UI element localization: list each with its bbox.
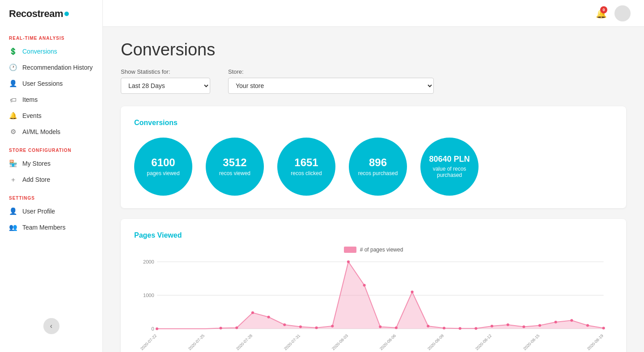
sidebar-item-label-events: Events [22,112,42,119]
sidebar-item-user-profile[interactable]: 👤User Profile [0,203,102,219]
sidebar-item-label-team-members: Team Members [22,224,65,231]
svg-text:0: 0 [152,326,154,331]
svg-point-14 [331,325,334,327]
content-area: Conversions Show Statistics for: Last 28… [103,27,644,352]
notification-badge: 0 [600,6,607,13]
svg-text:2020-08-15: 2020-08-15 [522,333,540,351]
stat-bubble: 6100pages viewed [134,138,192,196]
tag-icon: 🏷 [9,96,17,104]
chart-title: Pages Viewed [134,231,613,239]
topbar: 🔔 0 [103,0,644,27]
svg-point-10 [267,316,270,318]
bubble-label: pages viewed [147,170,179,176]
svg-text:2020-08-12: 2020-08-12 [475,333,492,351]
svg-text:2020-07-31: 2020-07-31 [283,333,301,351]
bubble-value: 896 [369,157,387,168]
chart-area: 0100020002020-07-222020-07-252020-07-282… [134,257,613,352]
svg-point-8 [235,327,238,329]
stats-bubbles: 6100pages viewed3512recos viewed1651reco… [134,138,613,196]
sidebar: Recostream REAL-TIME ANALYSIS💲Conversion… [0,0,103,352]
legend-swatch [344,247,356,253]
sidebar-section-real-time-analysis: REAL-TIME ANALYSIS [0,28,102,43]
svg-text:2020-07-25: 2020-07-25 [187,333,205,351]
svg-point-7 [220,327,222,330]
sidebar-item-label-my-stores: My Stores [22,160,51,167]
svg-point-9 [251,311,254,314]
gear-icon: ⚙ [9,128,17,136]
bubble-value: 3512 [223,157,246,168]
svg-point-24 [491,325,493,327]
dollar-icon: 💲 [9,47,17,55]
store-filter-group: Store: Your store [228,68,434,94]
page-title: Conversions [121,40,626,59]
stats-card: Conversions 6100pages viewed3512recos vi… [121,106,626,208]
svg-point-16 [363,284,366,287]
store-select[interactable]: Your store [228,78,434,94]
sidebar-item-user-sessions[interactable]: 👤User Sessions [0,75,102,92]
svg-point-6 [156,327,158,330]
sidebar-item-add-store[interactable]: ＋Add Store [0,172,102,188]
svg-text:2020-07-28: 2020-07-28 [235,333,253,351]
sidebar-item-aiml-models[interactable]: ⚙AI/ML Models [0,124,102,140]
person-icon: 👤 [9,207,17,215]
sidebar-section-store-configuration: STORE CONFIGURATION [0,140,102,155]
sidebar-item-label-user-profile: User Profile [22,208,55,215]
svg-point-22 [459,327,462,330]
time-range-select[interactable]: Last 28 DaysLast 7 DaysLast 30 DaysLast … [121,78,210,94]
legend-label: # of pages viewed [360,247,403,253]
bubble-label: value of recos purchased [425,166,474,179]
sidebar-item-events[interactable]: 🔔Events [0,108,102,124]
sidebar-section-settings: SETTINGS [0,188,102,203]
svg-text:2020-08-06: 2020-08-06 [379,333,397,351]
plus-icon: ＋ [9,176,17,184]
logo: Recostream [0,0,102,28]
sidebar-item-label-recommendation-history: Recommendation History [22,64,93,71]
svg-point-31 [602,327,605,330]
svg-point-28 [555,321,557,323]
sidebar-collapse-button[interactable]: ‹ [43,318,59,334]
sidebar-item-conversions[interactable]: 💲Conversions [0,43,102,59]
svg-point-23 [475,327,477,330]
notification-bell[interactable]: 🔔 0 [593,5,609,21]
svg-text:2000: 2000 [143,259,154,264]
bell-icon: 🔔 [9,112,17,120]
store-icon: 🏪 [9,159,17,168]
bubble-value: 6100 [151,157,175,168]
sidebar-item-label-user-sessions: User Sessions [22,80,63,87]
svg-point-12 [299,326,302,328]
bubble-label: recos viewed [219,170,250,176]
sidebar-item-recommendation-history[interactable]: 🕐Recommendation History [0,59,102,75]
user-avatar[interactable] [614,5,631,21]
main-area: 🔔 0 Conversions Show Statistics for: Las… [103,0,644,352]
sidebar-item-label-conversions: Conversions [22,48,57,55]
sidebar-item-items[interactable]: 🏷Items [0,92,102,108]
sidebar-item-team-members[interactable]: 👥Team Members [0,219,102,235]
svg-point-30 [586,324,589,327]
stat-bubble: 80640 PLNvalue of recos purchased [420,138,479,196]
svg-point-18 [395,327,398,329]
logo-dot [64,12,69,16]
svg-point-17 [379,326,381,328]
svg-point-25 [507,323,509,326]
svg-point-26 [522,326,525,328]
svg-point-27 [538,324,541,327]
store-label: Store: [228,68,434,75]
svg-text:1000: 1000 [143,293,154,298]
sidebar-item-label-aiml-models: AI/ML Models [22,128,60,135]
stats-card-title: Conversions [134,119,613,127]
chart-card: Pages Viewed # of pages viewed 010002000… [121,219,626,352]
bubble-label: recos clicked [291,170,322,176]
time-filter-group: Show Statistics for: Last 28 DaysLast 7 … [121,68,210,94]
stat-bubble: 896recos purchased [349,138,407,196]
sidebar-item-label-items: Items [22,96,38,103]
sidebar-item-my-stores[interactable]: 🏪My Stores [0,155,102,172]
logo-text: Recostream [9,8,63,20]
pages-viewed-chart: 0100020002020-07-222020-07-252020-07-282… [134,257,613,352]
svg-point-21 [443,327,445,330]
svg-text:2020-08-19: 2020-08-19 [586,333,604,351]
bubble-value: 1651 [294,157,318,168]
chart-legend: # of pages viewed [134,247,613,253]
history-icon: 🕐 [9,63,17,71]
svg-text:2020-07-22: 2020-07-22 [140,333,157,351]
svg-point-15 [347,260,350,263]
